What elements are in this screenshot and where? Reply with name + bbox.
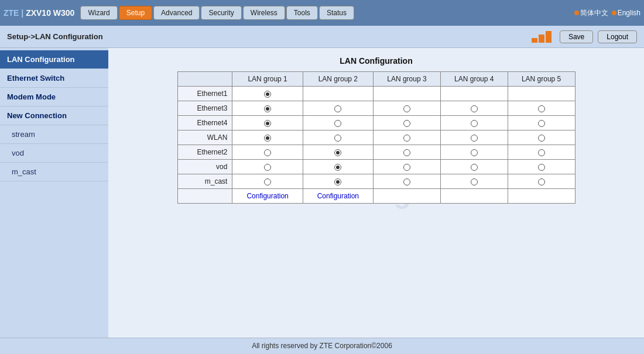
radio-cell[interactable] [508,174,575,189]
nav-status[interactable]: Status [319,6,354,20]
radio-button[interactable] [471,105,478,112]
radio-button[interactable] [264,164,271,171]
radio-button[interactable] [334,120,341,127]
radio-cell[interactable] [440,174,508,189]
nav-advanced[interactable]: Advanced [153,6,200,20]
radio-cell[interactable] [508,116,575,130]
radio-cell[interactable] [232,174,303,189]
nav-security[interactable]: Security [201,6,241,20]
radio-button[interactable] [471,164,478,171]
config-link[interactable]: Configuration [246,192,288,200]
radio-cell[interactable] [303,145,373,160]
radio-cell[interactable] [373,145,440,160]
top-nav: ZTE | ZXV10 W300 Wizard Setup Advanced S… [0,0,644,26]
radio-cell[interactable] [373,116,440,130]
radio-button[interactable] [403,105,410,112]
sidebar-item-modem-mode[interactable]: Modem Mode [0,88,108,106]
nav-wizard[interactable]: Wizard [80,6,117,20]
lang-cn[interactable]: 简体中文 [574,8,608,18]
radio-button[interactable] [334,135,341,142]
radio-button[interactable] [264,178,271,185]
logout-button[interactable]: Logout [598,30,637,43]
radio-cell[interactable] [303,116,373,130]
save-button[interactable]: Save [560,30,593,43]
radio-cell[interactable] [373,174,440,189]
radio-button[interactable] [403,149,410,156]
radio-cell[interactable] [508,130,575,145]
radio-button[interactable] [471,149,478,156]
radio-button[interactable] [264,149,271,156]
footer-config-cell[interactable]: Configuration [303,189,373,204]
radio-cell[interactable] [440,145,508,160]
sidebar-item-new-connection[interactable]: New Connection [0,106,108,125]
radio-cell[interactable] [440,116,508,130]
radio-cell[interactable] [232,130,303,145]
radio-button[interactable] [538,149,545,156]
sidebar-item-ethernet-switch[interactable]: Ethernet Switch [0,69,108,88]
radio-cell[interactable] [508,87,575,101]
footer-config-cell[interactable]: Configuration [232,189,303,204]
brand: ZTE | ZXV10 W300 [4,8,74,18]
radio-cell[interactable] [508,145,575,160]
radio-cell[interactable] [440,101,508,116]
footer-row-label [177,189,232,204]
row-label: WLAN [177,130,232,145]
radio-cell[interactable] [232,101,303,116]
radio-cell[interactable] [373,87,440,101]
radio-button[interactable] [334,178,341,185]
main-content: LAN Configuration Ethernet Switch Modem … [0,48,644,338]
radio-button[interactable] [334,149,341,156]
radio-button[interactable] [538,120,545,127]
radio-button[interactable] [264,105,271,112]
radio-button[interactable] [538,135,545,142]
radio-button[interactable] [264,135,271,142]
radio-button[interactable] [264,91,271,98]
nav-setup[interactable]: Setup [119,6,152,20]
table-row: m_cast [177,174,575,189]
radio-cell[interactable] [232,145,303,160]
sidebar-item-stream[interactable]: stream [0,125,108,144]
radio-cell[interactable] [440,160,508,174]
row-label: Ethernet2 [177,145,232,160]
radio-cell[interactable] [508,160,575,174]
radio-button[interactable] [403,135,410,142]
radio-cell[interactable] [303,174,373,189]
radio-button[interactable] [334,105,341,112]
radio-button[interactable] [538,105,545,112]
radio-button[interactable] [471,178,478,185]
radio-cell[interactable] [232,160,303,174]
table-row: Ethernet2 [177,145,575,160]
radio-cell[interactable] [303,87,373,101]
radio-button[interactable] [538,164,545,171]
radio-button[interactable] [471,135,478,142]
radio-cell[interactable] [303,160,373,174]
radio-cell[interactable] [440,87,508,101]
radio-cell[interactable] [508,101,575,116]
radio-cell[interactable] [303,130,373,145]
sidebar-item-lan-config[interactable]: LAN Configuration [0,50,108,69]
radio-cell[interactable] [303,101,373,116]
nav-wireless[interactable]: Wireless [243,6,285,20]
lang-en[interactable]: English [612,9,640,17]
radio-button[interactable] [264,120,271,127]
radio-button[interactable] [403,178,410,185]
sidebar-item-vod[interactable]: vod [0,144,108,163]
nav-tools[interactable]: Tools [286,6,318,20]
config-link[interactable]: Configuration [317,192,359,200]
radio-cell[interactable] [373,160,440,174]
radio-button[interactable] [538,178,545,185]
radio-cell[interactable] [232,87,303,101]
radio-button[interactable] [471,120,478,127]
radio-cell[interactable] [232,116,303,130]
content-area: SoftKing.net LAN Configuration LAN group… [108,48,644,338]
radio-cell[interactable] [373,101,440,116]
radio-cell[interactable] [440,130,508,145]
radio-button[interactable] [403,164,410,171]
radio-cell[interactable] [373,130,440,145]
radio-button[interactable] [403,120,410,127]
radio-button[interactable] [334,164,341,171]
bar1 [532,38,537,43]
footer: All rights reserved by ZTE Corporation©2… [0,338,644,354]
footer-config-cell [440,189,508,204]
sidebar-item-m-cast[interactable]: m_cast [0,163,108,181]
